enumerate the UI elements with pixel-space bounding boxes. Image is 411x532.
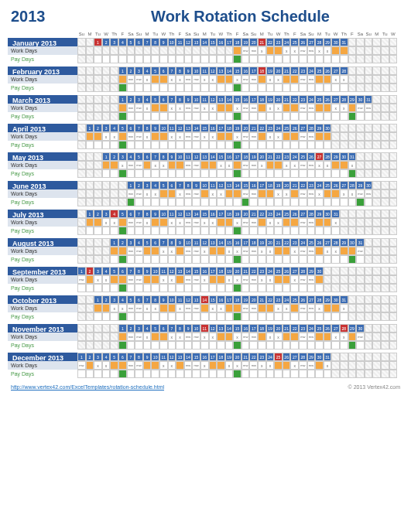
pay-cell [299, 169, 307, 178]
work-cell [94, 46, 102, 55]
pay-cell [258, 55, 266, 63]
work-cell [365, 332, 373, 341]
pay-cell [77, 255, 86, 264]
pay-days-label: Pay Days [8, 112, 77, 121]
pay-cell [184, 255, 193, 264]
pay-cell [217, 169, 225, 178]
date-cell: 1 [118, 324, 127, 332]
work-cell: x [290, 361, 299, 370]
pay-cell [225, 84, 234, 92]
date-cell [381, 353, 389, 361]
date-cell: 1 [77, 267, 86, 275]
pay-cell [307, 112, 316, 121]
date-cell [356, 267, 365, 275]
pay-cell [102, 112, 111, 121]
date-cell: 25 [299, 152, 307, 161]
date-cell: 11 [200, 66, 209, 75]
date-cell: 7 [168, 324, 176, 332]
work-days-label: Work Days [8, 218, 77, 227]
work-cell: mw [127, 247, 135, 255]
work-cell [77, 189, 86, 198]
pay-cell [356, 141, 365, 149]
work-cell: x [348, 189, 357, 198]
pay-cell [331, 84, 340, 92]
date-cell: 22 [283, 238, 291, 247]
pay-cell [266, 341, 275, 350]
dow-cell: Th [283, 32, 291, 36]
pay-cell [77, 169, 86, 178]
date-cell: 24 [283, 295, 291, 304]
work-cell: mw [241, 275, 250, 284]
date-cell [372, 124, 381, 132]
date-cell: 28 [315, 38, 324, 46]
pay-cell [176, 169, 184, 178]
source-link[interactable]: http://www.vertex42.com/ExcelTemplates/r… [11, 384, 164, 390]
date-cell: 11 [192, 238, 200, 247]
date-cell: 21 [274, 238, 283, 247]
pay-cell [118, 198, 127, 206]
work-cell: x [315, 161, 324, 169]
date-cell: 27 [324, 238, 332, 247]
work-cell: mw [127, 361, 135, 370]
pay-cell [283, 227, 291, 235]
work-cell [258, 104, 266, 112]
date-cell: 7 [159, 238, 168, 247]
pay-cell [176, 198, 184, 206]
pay-cell [168, 227, 176, 235]
work-cell: x [340, 189, 348, 198]
work-cell [389, 132, 398, 141]
work-cell [283, 247, 291, 255]
pay-cell [307, 284, 316, 292]
date-cell: 19 [241, 38, 250, 46]
date-cell [348, 353, 357, 361]
pay-cell [192, 198, 200, 206]
pay-cell [274, 284, 283, 292]
work-cell: mw [241, 218, 250, 227]
date-cell [356, 38, 365, 46]
month-block: July 20131234567891011121314151617181920… [8, 210, 403, 235]
pay-cell [127, 112, 135, 121]
date-cell: 10 [184, 238, 193, 247]
pay-cell [192, 312, 200, 321]
pay-cell [340, 112, 348, 121]
work-cell [225, 46, 234, 55]
date-cell [365, 210, 373, 218]
work-cell: x [225, 161, 234, 169]
date-cell: 26 [324, 66, 332, 75]
pay-cell [151, 55, 159, 63]
date-cell: 7 [135, 210, 143, 218]
work-cell: x [233, 247, 241, 255]
date-cell: 30 [315, 267, 324, 275]
work-cell [143, 247, 152, 255]
date-cell: 20 [233, 353, 241, 361]
date-cell: 29 [331, 152, 340, 161]
work-cell: mw [135, 304, 143, 312]
work-cell: mw [127, 104, 135, 112]
pay-cell [127, 169, 135, 178]
work-cell: x [209, 304, 217, 312]
pay-cell [331, 255, 340, 264]
work-cell [159, 189, 168, 198]
work-cell [225, 75, 234, 84]
dow-cell: F [233, 32, 241, 36]
work-cell [77, 46, 86, 55]
work-cell [86, 304, 94, 312]
work-cell [86, 104, 94, 112]
pay-cell [258, 227, 266, 235]
work-cell [209, 361, 217, 370]
date-cell: 17 [225, 295, 234, 304]
work-cell [151, 132, 159, 141]
pay-cell [283, 341, 291, 350]
pay-cell [135, 169, 143, 178]
date-cell: 28 [315, 295, 324, 304]
pay-cell [184, 227, 193, 235]
pay-cell [118, 55, 127, 63]
work-cell: x [168, 361, 176, 370]
work-cell [209, 46, 217, 55]
pay-cell [192, 169, 200, 178]
work-cell: x [233, 218, 241, 227]
work-cell: mw [184, 189, 193, 198]
date-cell: 16 [249, 181, 258, 189]
work-cell [274, 361, 283, 370]
work-cell [348, 247, 357, 255]
